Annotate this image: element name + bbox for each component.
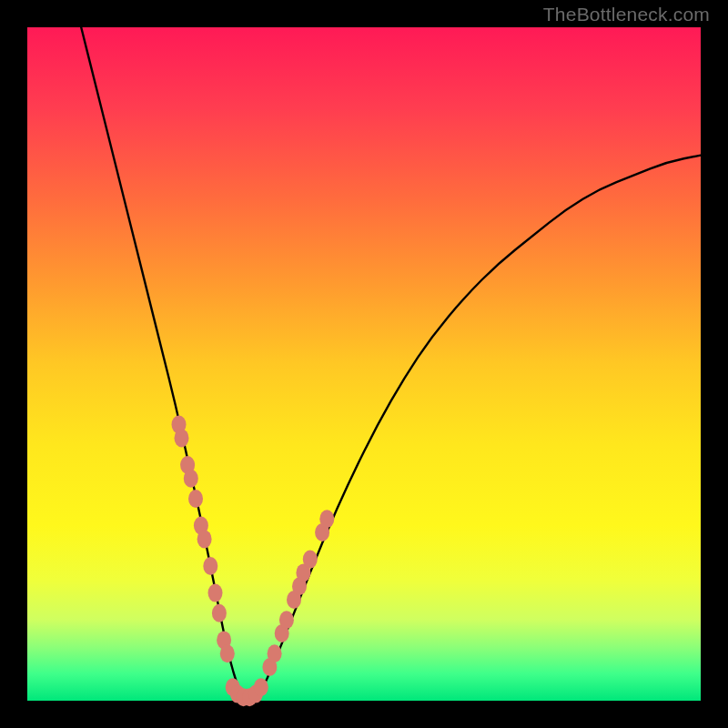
data-marker: [220, 644, 235, 662]
data-marker: [175, 429, 189, 447]
watermark-text: TheBottleneck.com: [543, 4, 710, 25]
data-marker: [254, 678, 268, 696]
bottleneck-curve: [81, 27, 701, 701]
data-marker: [203, 557, 217, 575]
data-marker: [268, 644, 282, 662]
chart-svg: [27, 27, 701, 701]
data-marker: [197, 530, 212, 548]
plot-area: [27, 27, 701, 701]
data-marker: [319, 510, 334, 528]
data-markers: [172, 416, 335, 707]
data-marker: [188, 490, 203, 508]
chart-frame: TheBottleneck.com: [0, 0, 728, 728]
data-marker: [212, 604, 227, 622]
data-marker: [303, 551, 318, 569]
data-marker: [208, 584, 223, 602]
data-marker: [279, 611, 294, 629]
data-marker: [184, 470, 198, 488]
